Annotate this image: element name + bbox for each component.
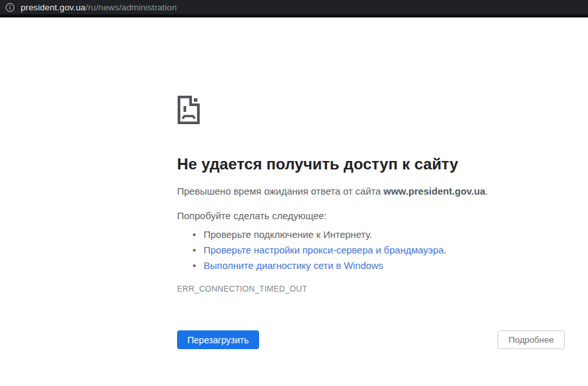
suggestion-text: Проверьте подключение к Интернету.: [204, 229, 372, 240]
address-bar-shadow: [0, 14, 588, 17]
suggestion-run-diagnostics: Выполните диагностику сети в Windows: [177, 258, 565, 273]
address-bar[interactable]: president.gov.ua/ru/news/administration: [0, 0, 588, 14]
error-subtitle: Превышено время ожидания ответа от сайта…: [177, 186, 565, 197]
sad-file-icon: [177, 95, 200, 125]
details-button[interactable]: Подробнее: [498, 330, 565, 349]
url-path: /ru/news/administration: [85, 3, 176, 12]
suggestion-check-proxy: Проверьте настройки прокси-сервера и бра…: [177, 242, 565, 258]
suggestions-list: Проверьте подключение к Интернету. Прове…: [177, 227, 565, 273]
error-page-content: Не удается получить доступ к сайту Превы…: [177, 95, 565, 349]
suggestion-check-connection: Проверьте подключение к Интернету.: [177, 227, 565, 242]
url-host: president.gov.ua: [21, 3, 85, 12]
subtitle-suffix: .: [485, 186, 488, 197]
subtitle-domain: www.president.gov.ua: [384, 186, 486, 197]
suggestions-header: Попробуйте сделать следующее:: [177, 211, 565, 221]
proxy-settings-link[interactable]: Проверьте настройки прокси-сервера и бра…: [204, 244, 444, 255]
info-icon[interactable]: [5, 3, 15, 12]
url-text[interactable]: president.gov.ua/ru/news/administration: [21, 3, 177, 12]
error-title: Не удается получить доступ к сайту: [177, 155, 565, 173]
network-diagnostics-link[interactable]: Выполните диагностику сети в Windows: [204, 260, 383, 271]
reload-button[interactable]: Перезагрузить: [177, 330, 259, 349]
suggestion-suffix: .: [444, 244, 446, 255]
buttons-row: Перезагрузить Подробнее: [177, 330, 565, 349]
error-code: ERR_CONNECTION_TIMED_OUT: [177, 285, 565, 294]
subtitle-prefix: Превышено время ожидания ответа от сайта: [177, 186, 384, 197]
